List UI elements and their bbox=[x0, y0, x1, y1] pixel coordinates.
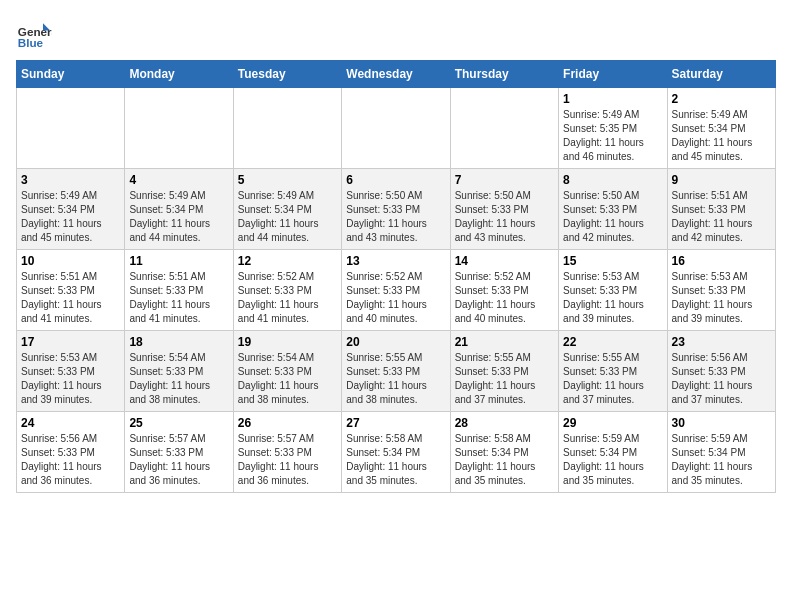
svg-text:Blue: Blue bbox=[18, 36, 44, 49]
day-of-week-header: Wednesday bbox=[342, 61, 450, 88]
calendar-cell: 20Sunrise: 5:55 AM Sunset: 5:33 PM Dayli… bbox=[342, 331, 450, 412]
calendar-cell: 24Sunrise: 5:56 AM Sunset: 5:33 PM Dayli… bbox=[17, 412, 125, 493]
calendar-cell: 5Sunrise: 5:49 AM Sunset: 5:34 PM Daylig… bbox=[233, 169, 341, 250]
calendar-cell: 13Sunrise: 5:52 AM Sunset: 5:33 PM Dayli… bbox=[342, 250, 450, 331]
day-number: 3 bbox=[21, 173, 120, 187]
calendar-cell: 22Sunrise: 5:55 AM Sunset: 5:33 PM Dayli… bbox=[559, 331, 667, 412]
calendar-cell bbox=[125, 88, 233, 169]
day-number: 15 bbox=[563, 254, 662, 268]
day-info: Sunrise: 5:52 AM Sunset: 5:33 PM Dayligh… bbox=[238, 270, 337, 326]
day-info: Sunrise: 5:50 AM Sunset: 5:33 PM Dayligh… bbox=[563, 189, 662, 245]
day-number: 26 bbox=[238, 416, 337, 430]
calendar-cell: 15Sunrise: 5:53 AM Sunset: 5:33 PM Dayli… bbox=[559, 250, 667, 331]
logo: General Blue bbox=[16, 16, 56, 52]
day-number: 1 bbox=[563, 92, 662, 106]
day-info: Sunrise: 5:59 AM Sunset: 5:34 PM Dayligh… bbox=[563, 432, 662, 488]
day-number: 25 bbox=[129, 416, 228, 430]
calendar-cell: 28Sunrise: 5:58 AM Sunset: 5:34 PM Dayli… bbox=[450, 412, 558, 493]
calendar-cell bbox=[450, 88, 558, 169]
calendar-cell: 10Sunrise: 5:51 AM Sunset: 5:33 PM Dayli… bbox=[17, 250, 125, 331]
calendar-cell: 4Sunrise: 5:49 AM Sunset: 5:34 PM Daylig… bbox=[125, 169, 233, 250]
day-info: Sunrise: 5:55 AM Sunset: 5:33 PM Dayligh… bbox=[563, 351, 662, 407]
calendar-cell bbox=[342, 88, 450, 169]
day-number: 16 bbox=[672, 254, 771, 268]
day-info: Sunrise: 5:51 AM Sunset: 5:33 PM Dayligh… bbox=[129, 270, 228, 326]
day-number: 20 bbox=[346, 335, 445, 349]
day-info: Sunrise: 5:59 AM Sunset: 5:34 PM Dayligh… bbox=[672, 432, 771, 488]
day-number: 19 bbox=[238, 335, 337, 349]
day-info: Sunrise: 5:49 AM Sunset: 5:34 PM Dayligh… bbox=[672, 108, 771, 164]
day-info: Sunrise: 5:53 AM Sunset: 5:33 PM Dayligh… bbox=[672, 270, 771, 326]
calendar-cell: 3Sunrise: 5:49 AM Sunset: 5:34 PM Daylig… bbox=[17, 169, 125, 250]
day-of-week-header: Tuesday bbox=[233, 61, 341, 88]
day-info: Sunrise: 5:55 AM Sunset: 5:33 PM Dayligh… bbox=[346, 351, 445, 407]
day-info: Sunrise: 5:49 AM Sunset: 5:34 PM Dayligh… bbox=[21, 189, 120, 245]
calendar-cell: 29Sunrise: 5:59 AM Sunset: 5:34 PM Dayli… bbox=[559, 412, 667, 493]
calendar-cell: 8Sunrise: 5:50 AM Sunset: 5:33 PM Daylig… bbox=[559, 169, 667, 250]
calendar-cell: 2Sunrise: 5:49 AM Sunset: 5:34 PM Daylig… bbox=[667, 88, 775, 169]
day-number: 6 bbox=[346, 173, 445, 187]
day-info: Sunrise: 5:50 AM Sunset: 5:33 PM Dayligh… bbox=[346, 189, 445, 245]
day-of-week-header: Sunday bbox=[17, 61, 125, 88]
day-info: Sunrise: 5:53 AM Sunset: 5:33 PM Dayligh… bbox=[21, 351, 120, 407]
day-number: 4 bbox=[129, 173, 228, 187]
day-info: Sunrise: 5:56 AM Sunset: 5:33 PM Dayligh… bbox=[21, 432, 120, 488]
logo-icon: General Blue bbox=[16, 16, 52, 52]
calendar-cell: 27Sunrise: 5:58 AM Sunset: 5:34 PM Dayli… bbox=[342, 412, 450, 493]
day-number: 22 bbox=[563, 335, 662, 349]
day-number: 18 bbox=[129, 335, 228, 349]
day-number: 30 bbox=[672, 416, 771, 430]
day-info: Sunrise: 5:54 AM Sunset: 5:33 PM Dayligh… bbox=[129, 351, 228, 407]
calendar-cell: 1Sunrise: 5:49 AM Sunset: 5:35 PM Daylig… bbox=[559, 88, 667, 169]
calendar-cell: 16Sunrise: 5:53 AM Sunset: 5:33 PM Dayli… bbox=[667, 250, 775, 331]
calendar-cell: 23Sunrise: 5:56 AM Sunset: 5:33 PM Dayli… bbox=[667, 331, 775, 412]
calendar-cell: 12Sunrise: 5:52 AM Sunset: 5:33 PM Dayli… bbox=[233, 250, 341, 331]
day-info: Sunrise: 5:57 AM Sunset: 5:33 PM Dayligh… bbox=[238, 432, 337, 488]
day-of-week-header: Thursday bbox=[450, 61, 558, 88]
day-info: Sunrise: 5:53 AM Sunset: 5:33 PM Dayligh… bbox=[563, 270, 662, 326]
day-number: 7 bbox=[455, 173, 554, 187]
calendar-cell: 7Sunrise: 5:50 AM Sunset: 5:33 PM Daylig… bbox=[450, 169, 558, 250]
day-number: 23 bbox=[672, 335, 771, 349]
page-header: General Blue bbox=[16, 16, 776, 52]
calendar-cell: 11Sunrise: 5:51 AM Sunset: 5:33 PM Dayli… bbox=[125, 250, 233, 331]
day-number: 29 bbox=[563, 416, 662, 430]
calendar-cell: 26Sunrise: 5:57 AM Sunset: 5:33 PM Dayli… bbox=[233, 412, 341, 493]
day-number: 24 bbox=[21, 416, 120, 430]
calendar-cell: 30Sunrise: 5:59 AM Sunset: 5:34 PM Dayli… bbox=[667, 412, 775, 493]
day-number: 17 bbox=[21, 335, 120, 349]
day-info: Sunrise: 5:50 AM Sunset: 5:33 PM Dayligh… bbox=[455, 189, 554, 245]
day-info: Sunrise: 5:55 AM Sunset: 5:33 PM Dayligh… bbox=[455, 351, 554, 407]
calendar-cell: 21Sunrise: 5:55 AM Sunset: 5:33 PM Dayli… bbox=[450, 331, 558, 412]
day-number: 27 bbox=[346, 416, 445, 430]
calendar-cell: 17Sunrise: 5:53 AM Sunset: 5:33 PM Dayli… bbox=[17, 331, 125, 412]
day-info: Sunrise: 5:52 AM Sunset: 5:33 PM Dayligh… bbox=[346, 270, 445, 326]
calendar-cell bbox=[233, 88, 341, 169]
day-info: Sunrise: 5:52 AM Sunset: 5:33 PM Dayligh… bbox=[455, 270, 554, 326]
day-info: Sunrise: 5:54 AM Sunset: 5:33 PM Dayligh… bbox=[238, 351, 337, 407]
day-info: Sunrise: 5:56 AM Sunset: 5:33 PM Dayligh… bbox=[672, 351, 771, 407]
calendar-cell: 19Sunrise: 5:54 AM Sunset: 5:33 PM Dayli… bbox=[233, 331, 341, 412]
day-number: 28 bbox=[455, 416, 554, 430]
calendar-table: SundayMondayTuesdayWednesdayThursdayFrid… bbox=[16, 60, 776, 493]
day-number: 5 bbox=[238, 173, 337, 187]
day-info: Sunrise: 5:58 AM Sunset: 5:34 PM Dayligh… bbox=[455, 432, 554, 488]
day-number: 21 bbox=[455, 335, 554, 349]
calendar-cell: 18Sunrise: 5:54 AM Sunset: 5:33 PM Dayli… bbox=[125, 331, 233, 412]
day-number: 12 bbox=[238, 254, 337, 268]
calendar-cell bbox=[17, 88, 125, 169]
day-number: 11 bbox=[129, 254, 228, 268]
calendar-cell: 9Sunrise: 5:51 AM Sunset: 5:33 PM Daylig… bbox=[667, 169, 775, 250]
day-number: 14 bbox=[455, 254, 554, 268]
day-of-week-header: Friday bbox=[559, 61, 667, 88]
day-info: Sunrise: 5:49 AM Sunset: 5:34 PM Dayligh… bbox=[238, 189, 337, 245]
day-info: Sunrise: 5:49 AM Sunset: 5:35 PM Dayligh… bbox=[563, 108, 662, 164]
day-info: Sunrise: 5:51 AM Sunset: 5:33 PM Dayligh… bbox=[672, 189, 771, 245]
calendar-cell: 14Sunrise: 5:52 AM Sunset: 5:33 PM Dayli… bbox=[450, 250, 558, 331]
day-info: Sunrise: 5:57 AM Sunset: 5:33 PM Dayligh… bbox=[129, 432, 228, 488]
day-of-week-header: Saturday bbox=[667, 61, 775, 88]
day-info: Sunrise: 5:51 AM Sunset: 5:33 PM Dayligh… bbox=[21, 270, 120, 326]
calendar-cell: 6Sunrise: 5:50 AM Sunset: 5:33 PM Daylig… bbox=[342, 169, 450, 250]
day-number: 9 bbox=[672, 173, 771, 187]
day-of-week-header: Monday bbox=[125, 61, 233, 88]
